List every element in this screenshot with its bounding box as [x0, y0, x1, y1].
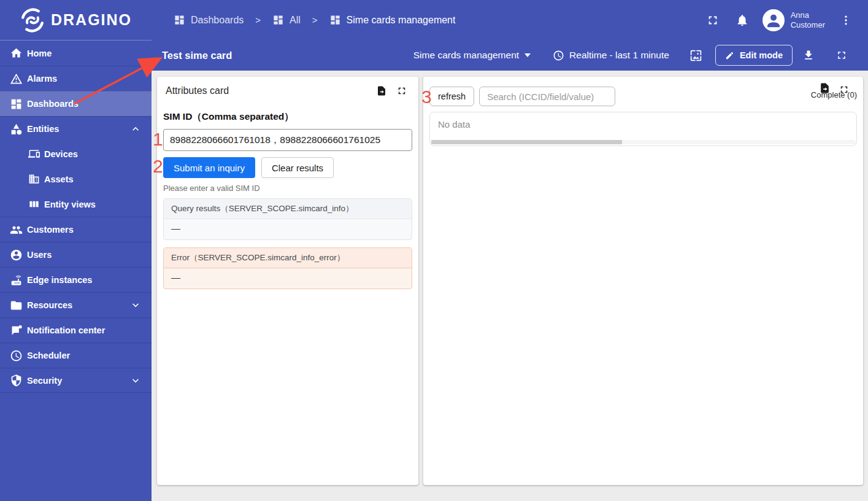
export-widget-data-icon[interactable] [376, 85, 387, 96]
annotation-3: 3 [421, 88, 432, 106]
clear-results-button[interactable]: Clear results [261, 157, 334, 178]
sidebar-item-alarms[interactable]: Alarms [0, 66, 152, 91]
dashboard-icon [10, 98, 23, 111]
sim-id-input[interactable] [163, 129, 412, 151]
sidebar-item-entities[interactable]: Entities [0, 116, 152, 141]
attributes-card: Attributes card SIM ID（Comma separated） … [157, 77, 418, 485]
notifications-bell-icon[interactable] [735, 14, 749, 27]
breadcrumb-item-all[interactable]: All [272, 14, 301, 26]
query-results-title: Query results（SERVER_SCOPE.simcard_info） [164, 199, 412, 219]
dashboard-title: Test sime card [162, 50, 232, 61]
export-widget-data-icon[interactable] [819, 82, 831, 94]
scheduler-icon [10, 349, 23, 362]
users-icon [10, 249, 23, 262]
widget-fullscreen-icon[interactable] [839, 84, 850, 95]
sidebar-item-devices[interactable]: Devices [0, 141, 152, 166]
breadcrumb-item-sime-cards-management[interactable]: Sime cards management [329, 14, 456, 26]
user-role: Customer [791, 20, 825, 30]
image-export-icon[interactable] [689, 49, 702, 62]
dragino-logo-icon [20, 7, 45, 33]
entities-icon [10, 123, 23, 136]
avatar[interactable] [762, 9, 785, 31]
sidebar-item-dashboards[interactable]: Dashboards [0, 91, 152, 116]
horizontal-scrollbar [431, 140, 855, 144]
annotation-2: 2 [153, 157, 163, 176]
dashboard-icon [174, 14, 185, 26]
assets-icon [28, 173, 40, 185]
annotation-1: 1 [153, 130, 163, 149]
resources-icon [10, 299, 23, 312]
sidebar-item-resources[interactable]: Resources [0, 292, 152, 317]
pencil-icon [725, 51, 734, 60]
breadcrumb-separator: > [312, 15, 318, 25]
refresh-button[interactable]: refresh [429, 87, 474, 106]
notification-center-icon [10, 324, 23, 337]
entity-views-icon [28, 198, 40, 210]
alarms-icon [10, 72, 23, 85]
user-name: Anna [791, 10, 825, 20]
sim-id-label: SIM ID（Comma separated） [163, 111, 412, 123]
sidebar-item-notification-center[interactable]: Notification center [0, 317, 152, 343]
sidebar-item-assets[interactable]: Assets [0, 166, 152, 192]
caret-down-icon [524, 53, 531, 57]
query-results-box: Query results（SERVER_SCOPE.simcard_info）… [163, 198, 412, 240]
results-card: refresh Complete (0) No data [423, 77, 863, 485]
chevron-up-icon [129, 123, 142, 135]
brand-logo[interactable]: DRAGINO [0, 7, 152, 33]
brand-name: DRAGINO [51, 11, 132, 29]
sidebar-item-home[interactable]: Home [0, 41, 152, 66]
edge-instances-icon [10, 274, 23, 287]
top-header: DRAGINO Dashboards>All>Sime cards manage… [0, 0, 868, 40]
toolbar-fullscreen-icon[interactable] [835, 49, 848, 61]
error-box: Error（SERVER_SCOPE.simcard_info_error） — [163, 247, 412, 289]
widget-fullscreen-icon[interactable] [396, 85, 407, 96]
sidebar-item-edge-instances[interactable]: Edge instances [0, 267, 152, 292]
attributes-card-title: Attributes card [166, 85, 229, 96]
sidebar-item-security[interactable]: Security [0, 368, 152, 393]
kebab-menu-icon[interactable] [840, 14, 852, 26]
submit-inquiry-button[interactable]: Submit an inquiry [163, 157, 255, 178]
chevron-down-icon [129, 375, 142, 387]
no-data-label: No data [430, 112, 856, 136]
time-window[interactable]: Realtime - last 1 minute [553, 50, 669, 61]
dashboard-icon [329, 14, 341, 26]
query-results-value: — [164, 219, 412, 239]
user-info[interactable]: Anna Customer [791, 10, 825, 30]
search-input[interactable] [479, 87, 615, 106]
person-icon [764, 11, 783, 29]
sidebar-item-customers[interactable]: Customers [0, 217, 152, 242]
home-icon [10, 47, 23, 60]
clock-icon [553, 50, 564, 61]
chevron-down-icon [129, 299, 142, 311]
sidebar-item-users[interactable]: Users [0, 242, 152, 267]
edit-mode-button[interactable]: Edit mode [715, 45, 793, 66]
sidebar-item-scheduler[interactable]: Scheduler [0, 343, 152, 368]
dashboard-state-select[interactable]: Sime cards management [413, 50, 531, 61]
breadcrumb: Dashboards>All>Sime cards management [174, 14, 455, 26]
sidebar-item-entity-views[interactable]: Entity views [0, 192, 152, 217]
dashboard-content: Attributes card SIM ID（Comma separated） … [152, 71, 868, 485]
complete-count: Complete (0) [811, 90, 857, 99]
dashboard-toolbar: Test sime card Sime cards management Rea… [152, 40, 868, 71]
error-box-title: Error（SERVER_SCOPE.simcard_info_error） [164, 248, 412, 268]
security-icon [10, 374, 23, 387]
breadcrumb-item-dashboards[interactable]: Dashboards [174, 14, 244, 26]
customers-icon [10, 223, 23, 236]
sidebar: HomeAlarmsDashboardsEntitiesDevicesAsset… [0, 40, 152, 501]
scrollbar-thumb[interactable] [431, 140, 622, 144]
dashboard-icon [272, 14, 284, 26]
devices-icon [28, 148, 40, 160]
breadcrumb-separator: > [255, 15, 261, 25]
error-box-value: — [164, 268, 412, 289]
fullscreen-icon[interactable] [706, 14, 720, 27]
results-table: No data [429, 112, 857, 146]
download-icon[interactable] [802, 49, 815, 61]
sim-id-hint: Please enter a valid SIM ID [163, 184, 412, 193]
